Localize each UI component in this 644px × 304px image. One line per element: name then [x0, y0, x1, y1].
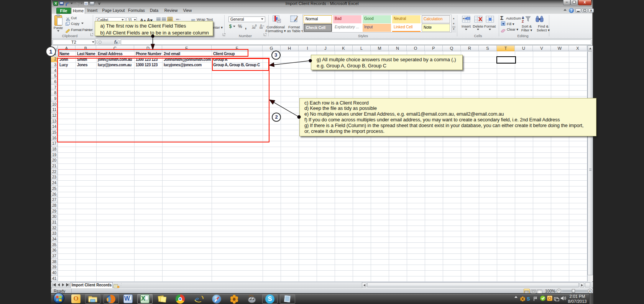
svg-text:Z: Z: [522, 20, 524, 23]
svg-text:A: A: [522, 16, 524, 20]
